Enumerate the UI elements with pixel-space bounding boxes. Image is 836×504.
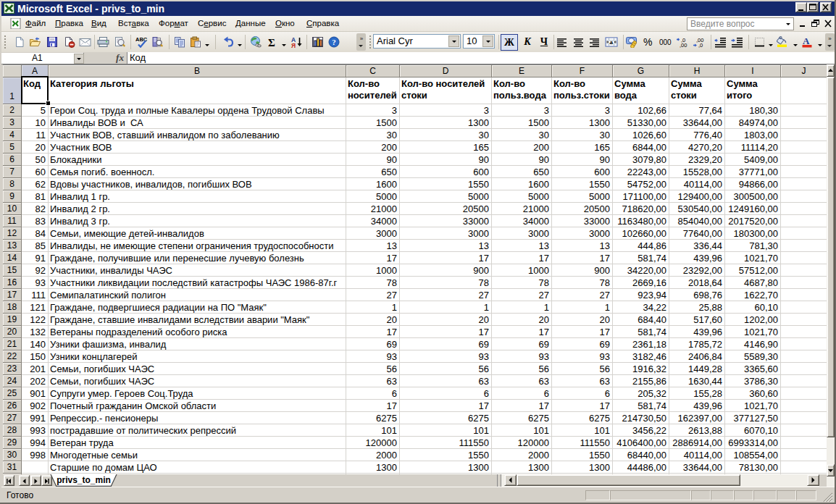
svg-text:A: A (803, 36, 810, 46)
svg-text:000: 000 (659, 38, 672, 46)
svg-text:?: ? (332, 38, 336, 46)
svg-text:,00: ,00 (680, 42, 687, 48)
svg-text:Σ: Σ (268, 37, 275, 49)
svg-text:,0: ,0 (698, 42, 703, 48)
svg-text:Я: Я (291, 42, 296, 49)
svg-text:ABC: ABC (135, 36, 148, 43)
svg-text:%: % (643, 36, 652, 48)
svg-text:a: a (610, 38, 614, 46)
